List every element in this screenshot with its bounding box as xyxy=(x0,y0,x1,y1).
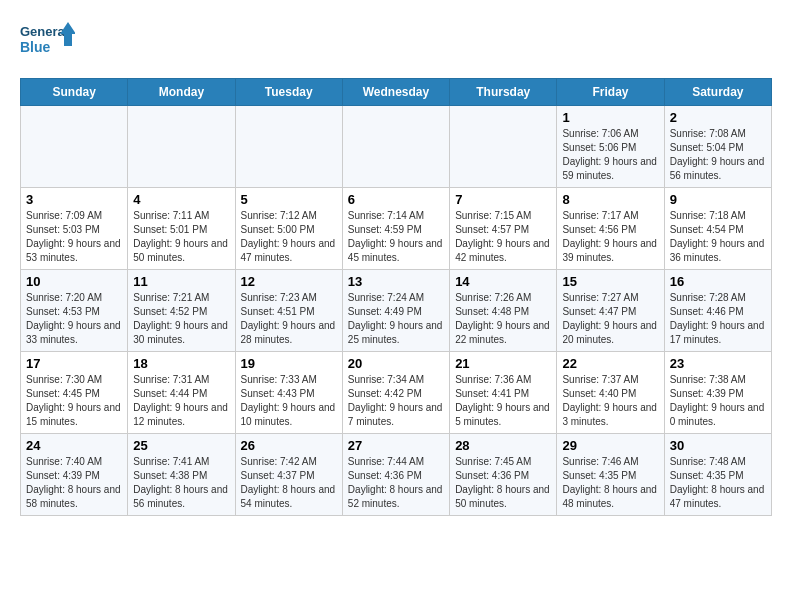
day-number: 28 xyxy=(455,438,551,453)
day-info: Sunrise: 7:44 AMSunset: 4:36 PMDaylight:… xyxy=(348,455,444,511)
day-cell: 29Sunrise: 7:46 AMSunset: 4:35 PMDayligh… xyxy=(557,434,664,516)
day-cell: 24Sunrise: 7:40 AMSunset: 4:39 PMDayligh… xyxy=(21,434,128,516)
day-info: Sunrise: 7:48 AMSunset: 4:35 PMDaylight:… xyxy=(670,455,766,511)
day-number: 16 xyxy=(670,274,766,289)
header-sunday: Sunday xyxy=(21,79,128,106)
day-cell xyxy=(342,106,449,188)
week-row-4: 17Sunrise: 7:30 AMSunset: 4:45 PMDayligh… xyxy=(21,352,772,434)
day-cell xyxy=(21,106,128,188)
day-number: 23 xyxy=(670,356,766,371)
day-cell: 5Sunrise: 7:12 AMSunset: 5:00 PMDaylight… xyxy=(235,188,342,270)
day-cell: 20Sunrise: 7:34 AMSunset: 4:42 PMDayligh… xyxy=(342,352,449,434)
day-info: Sunrise: 7:14 AMSunset: 4:59 PMDaylight:… xyxy=(348,209,444,265)
day-number: 26 xyxy=(241,438,337,453)
day-info: Sunrise: 7:18 AMSunset: 4:54 PMDaylight:… xyxy=(670,209,766,265)
day-info: Sunrise: 7:17 AMSunset: 4:56 PMDaylight:… xyxy=(562,209,658,265)
day-number: 13 xyxy=(348,274,444,289)
header-saturday: Saturday xyxy=(664,79,771,106)
day-info: Sunrise: 7:20 AMSunset: 4:53 PMDaylight:… xyxy=(26,291,122,347)
day-number: 2 xyxy=(670,110,766,125)
calendar-table: SundayMondayTuesdayWednesdayThursdayFrid… xyxy=(20,78,772,516)
day-cell: 13Sunrise: 7:24 AMSunset: 4:49 PMDayligh… xyxy=(342,270,449,352)
day-info: Sunrise: 7:06 AMSunset: 5:06 PMDaylight:… xyxy=(562,127,658,183)
day-info: Sunrise: 7:27 AMSunset: 4:47 PMDaylight:… xyxy=(562,291,658,347)
day-number: 14 xyxy=(455,274,551,289)
day-info: Sunrise: 7:31 AMSunset: 4:44 PMDaylight:… xyxy=(133,373,229,429)
day-number: 1 xyxy=(562,110,658,125)
day-info: Sunrise: 7:36 AMSunset: 4:41 PMDaylight:… xyxy=(455,373,551,429)
day-info: Sunrise: 7:38 AMSunset: 4:39 PMDaylight:… xyxy=(670,373,766,429)
day-info: Sunrise: 7:42 AMSunset: 4:37 PMDaylight:… xyxy=(241,455,337,511)
day-info: Sunrise: 7:12 AMSunset: 5:00 PMDaylight:… xyxy=(241,209,337,265)
header-tuesday: Tuesday xyxy=(235,79,342,106)
day-info: Sunrise: 7:40 AMSunset: 4:39 PMDaylight:… xyxy=(26,455,122,511)
week-row-1: 1Sunrise: 7:06 AMSunset: 5:06 PMDaylight… xyxy=(21,106,772,188)
day-number: 6 xyxy=(348,192,444,207)
day-cell: 19Sunrise: 7:33 AMSunset: 4:43 PMDayligh… xyxy=(235,352,342,434)
day-cell: 9Sunrise: 7:18 AMSunset: 4:54 PMDaylight… xyxy=(664,188,771,270)
day-number: 5 xyxy=(241,192,337,207)
day-cell: 25Sunrise: 7:41 AMSunset: 4:38 PMDayligh… xyxy=(128,434,235,516)
day-cell xyxy=(128,106,235,188)
day-info: Sunrise: 7:21 AMSunset: 4:52 PMDaylight:… xyxy=(133,291,229,347)
day-cell: 14Sunrise: 7:26 AMSunset: 4:48 PMDayligh… xyxy=(450,270,557,352)
day-cell: 8Sunrise: 7:17 AMSunset: 4:56 PMDaylight… xyxy=(557,188,664,270)
day-cell: 22Sunrise: 7:37 AMSunset: 4:40 PMDayligh… xyxy=(557,352,664,434)
day-cell: 21Sunrise: 7:36 AMSunset: 4:41 PMDayligh… xyxy=(450,352,557,434)
day-number: 17 xyxy=(26,356,122,371)
day-info: Sunrise: 7:09 AMSunset: 5:03 PMDaylight:… xyxy=(26,209,122,265)
week-row-3: 10Sunrise: 7:20 AMSunset: 4:53 PMDayligh… xyxy=(21,270,772,352)
day-info: Sunrise: 7:26 AMSunset: 4:48 PMDaylight:… xyxy=(455,291,551,347)
day-info: Sunrise: 7:33 AMSunset: 4:43 PMDaylight:… xyxy=(241,373,337,429)
day-info: Sunrise: 7:37 AMSunset: 4:40 PMDaylight:… xyxy=(562,373,658,429)
day-info: Sunrise: 7:24 AMSunset: 4:49 PMDaylight:… xyxy=(348,291,444,347)
day-number: 18 xyxy=(133,356,229,371)
header-row: SundayMondayTuesdayWednesdayThursdayFrid… xyxy=(21,79,772,106)
day-cell: 4Sunrise: 7:11 AMSunset: 5:01 PMDaylight… xyxy=(128,188,235,270)
day-cell: 1Sunrise: 7:06 AMSunset: 5:06 PMDaylight… xyxy=(557,106,664,188)
day-cell: 3Sunrise: 7:09 AMSunset: 5:03 PMDaylight… xyxy=(21,188,128,270)
day-cell: 28Sunrise: 7:45 AMSunset: 4:36 PMDayligh… xyxy=(450,434,557,516)
day-number: 8 xyxy=(562,192,658,207)
day-cell: 26Sunrise: 7:42 AMSunset: 4:37 PMDayligh… xyxy=(235,434,342,516)
day-cell: 18Sunrise: 7:31 AMSunset: 4:44 PMDayligh… xyxy=(128,352,235,434)
day-number: 9 xyxy=(670,192,766,207)
day-cell: 16Sunrise: 7:28 AMSunset: 4:46 PMDayligh… xyxy=(664,270,771,352)
day-number: 24 xyxy=(26,438,122,453)
day-info: Sunrise: 7:30 AMSunset: 4:45 PMDaylight:… xyxy=(26,373,122,429)
day-number: 30 xyxy=(670,438,766,453)
logo-svg: General Blue xyxy=(20,20,75,60)
day-number: 10 xyxy=(26,274,122,289)
day-info: Sunrise: 7:15 AMSunset: 4:57 PMDaylight:… xyxy=(455,209,551,265)
day-number: 20 xyxy=(348,356,444,371)
day-number: 15 xyxy=(562,274,658,289)
day-number: 19 xyxy=(241,356,337,371)
svg-text:General: General xyxy=(20,24,68,39)
logo: General Blue xyxy=(20,20,75,60)
day-cell xyxy=(235,106,342,188)
day-number: 27 xyxy=(348,438,444,453)
day-number: 21 xyxy=(455,356,551,371)
day-number: 29 xyxy=(562,438,658,453)
day-number: 11 xyxy=(133,274,229,289)
day-cell: 10Sunrise: 7:20 AMSunset: 4:53 PMDayligh… xyxy=(21,270,128,352)
header-thursday: Thursday xyxy=(450,79,557,106)
day-number: 4 xyxy=(133,192,229,207)
day-cell: 11Sunrise: 7:21 AMSunset: 4:52 PMDayligh… xyxy=(128,270,235,352)
header-friday: Friday xyxy=(557,79,664,106)
day-info: Sunrise: 7:45 AMSunset: 4:36 PMDaylight:… xyxy=(455,455,551,511)
day-info: Sunrise: 7:41 AMSunset: 4:38 PMDaylight:… xyxy=(133,455,229,511)
day-info: Sunrise: 7:28 AMSunset: 4:46 PMDaylight:… xyxy=(670,291,766,347)
day-info: Sunrise: 7:11 AMSunset: 5:01 PMDaylight:… xyxy=(133,209,229,265)
day-cell: 6Sunrise: 7:14 AMSunset: 4:59 PMDaylight… xyxy=(342,188,449,270)
header-wednesday: Wednesday xyxy=(342,79,449,106)
day-number: 7 xyxy=(455,192,551,207)
day-info: Sunrise: 7:34 AMSunset: 4:42 PMDaylight:… xyxy=(348,373,444,429)
day-cell: 15Sunrise: 7:27 AMSunset: 4:47 PMDayligh… xyxy=(557,270,664,352)
day-cell: 7Sunrise: 7:15 AMSunset: 4:57 PMDaylight… xyxy=(450,188,557,270)
day-cell: 17Sunrise: 7:30 AMSunset: 4:45 PMDayligh… xyxy=(21,352,128,434)
day-cell: 12Sunrise: 7:23 AMSunset: 4:51 PMDayligh… xyxy=(235,270,342,352)
day-number: 25 xyxy=(133,438,229,453)
day-number: 12 xyxy=(241,274,337,289)
day-cell xyxy=(450,106,557,188)
